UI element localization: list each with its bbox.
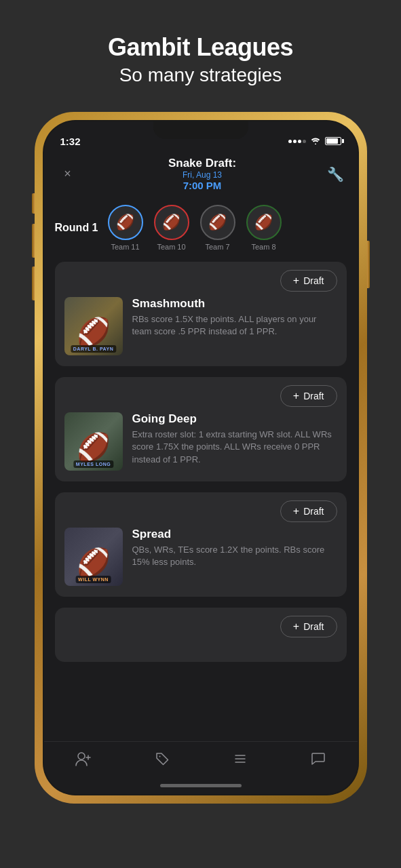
strategy-desc-going-deep: Extra roster slot: 1 extra starting WR s… (132, 429, 337, 466)
home-indicator (44, 778, 358, 794)
draft-button-smashmouth[interactable]: + Draft (280, 270, 337, 292)
football-icon-8: 🏈 (254, 214, 273, 231)
nav-item-add-person[interactable] (62, 749, 105, 773)
app-header: × Snake Draft: Fri, Aug 13 7:00 PM 🔧 (44, 151, 358, 199)
draft-btn-row-1: + Draft (55, 262, 347, 292)
card-content-smashmouth: Smashmouth RBs score 1.5X the points. AL… (132, 297, 337, 338)
chat-icon (311, 751, 326, 770)
svg-point-1 (159, 756, 161, 757)
char-name-spread: WILL WYNN (75, 576, 111, 583)
card-content-spread: Spread QBs, WRs, TEs score 1.2X the poin… (132, 528, 337, 568)
football-icon-11: 🏈 (116, 214, 134, 231)
bottom-nav (44, 741, 358, 778)
strategy-desc-smashmouth: RBs score 1.5X the points. ALL players o… (132, 313, 337, 338)
nav-item-chat[interactable] (297, 749, 339, 773)
draft-btn-label-1: Draft (303, 275, 324, 286)
status-icons (288, 136, 341, 146)
round-section: Round 1 🏈 Team 11 🏈 Team 10 (44, 199, 358, 262)
char-name-going-deep: MYLES LONG (73, 460, 113, 468)
team-item-8: 🏈 Team 8 (246, 205, 282, 251)
character-smashmouth: 🏈 DARYL B. PAYN (64, 297, 123, 355)
team-7-avatar: 🏈 (200, 205, 235, 240)
card-content-going-deep: Going Deep Extra roster slot: 1 extra st… (132, 412, 337, 466)
signal-icon (288, 140, 306, 143)
nav-item-tag[interactable] (141, 749, 183, 773)
card-body-smashmouth: 🏈 DARYL B. PAYN Smashmouth RBs score 1.5… (55, 292, 347, 366)
draft-btn-row-4: + Draft (55, 608, 347, 637)
draft-text: Snake Draft: (168, 157, 236, 170)
round-label: Round 1 (55, 222, 102, 234)
mute-button[interactable] (32, 193, 35, 214)
wifi-icon (310, 136, 321, 146)
football-icon-10: 🏈 (162, 214, 180, 231)
strategy-card-4: + Draft (55, 608, 347, 662)
strategy-title-going-deep: Going Deep (132, 412, 337, 426)
draft-btn-label-2: Draft (303, 391, 324, 401)
draft-button-spread[interactable]: + Draft (280, 500, 337, 522)
svg-point-0 (78, 753, 85, 760)
strategy-card-going-deep: + Draft 🏈 MYLES LONG Going Deep E (55, 377, 347, 481)
power-button[interactable] (367, 241, 370, 288)
phone-mockup: 1:32 (35, 112, 367, 804)
draft-time: 7:00 PM (85, 180, 320, 191)
strategy-title-spread: Spread (132, 528, 337, 541)
team-item-10: 🏈 Team 10 (154, 205, 189, 251)
draft-btn-label-4: Draft (303, 621, 324, 632)
volume-up-button[interactable] (32, 224, 35, 258)
draft-btn-row-2: + Draft (55, 377, 347, 407)
status-time: 1:32 (60, 136, 81, 147)
phone-outer-shell: 1:32 (35, 112, 367, 804)
team-item-11: 🏈 Team 11 (108, 205, 143, 251)
phone-screen: 1:32 (44, 121, 358, 794)
strategies-list: + Draft 🏈 DARYL B. PAYN Smashmouth (44, 262, 358, 741)
plus-icon-3: + (293, 505, 299, 517)
card-body-going-deep: 🏈 MYLES LONG Going Deep Extra roster slo… (55, 407, 347, 481)
character-spread: 🏈 WILL WYNN (64, 528, 123, 586)
home-bar (160, 784, 242, 787)
draft-button-4[interactable]: + Draft (280, 616, 337, 637)
draft-date: Fri, Aug 13 (85, 170, 320, 180)
list-icon (233, 751, 248, 770)
team-item-7: 🏈 Team 7 (200, 205, 235, 251)
volume-down-button[interactable] (32, 267, 35, 300)
team-11-avatar: 🏈 (108, 205, 143, 240)
nav-item-list[interactable] (219, 749, 261, 773)
page-title: Gambit Leagues (27, 33, 374, 62)
close-button[interactable]: × (58, 167, 78, 181)
notch (153, 121, 248, 139)
header-center: Snake Draft: Fri, Aug 13 7:00 PM (85, 157, 320, 191)
phone-inner-border: 1:32 (43, 120, 359, 795)
draft-label: Snake Draft: Fri, Aug 13 7:00 PM (85, 157, 320, 191)
strategy-card-spread: + Draft 🏈 WILL WYNN Spread QBs, W (55, 492, 347, 597)
plus-icon-4: + (293, 620, 299, 633)
draft-btn-label-3: Draft (303, 506, 324, 517)
strategy-title-smashmouth: Smashmouth (132, 297, 337, 311)
page-header: Gambit Leagues So many strategies (0, 0, 401, 105)
card-body-spread: 🏈 WILL WYNN Spread QBs, WRs, TEs score 1… (55, 522, 347, 597)
add-person-icon (75, 751, 92, 770)
character-going-deep: 🏈 MYLES LONG (64, 412, 123, 471)
strategy-card-smashmouth: + Draft 🏈 DARYL B. PAYN Smashmouth (55, 262, 347, 366)
char-name-smashmouth: DARYL B. PAYN (71, 345, 116, 353)
strategy-desc-spread: QBs, WRs, TEs score 1.2X the points. RBs… (132, 544, 337, 568)
team-10-label: Team 10 (157, 243, 185, 251)
team-11-label: Team 11 (111, 243, 139, 251)
football-icon-7: 🏈 (208, 214, 227, 231)
draft-button-going-deep[interactable]: + Draft (280, 385, 337, 407)
teams-row: 🏈 Team 11 🏈 Team 10 🏈 (108, 205, 347, 251)
team-10-avatar: 🏈 (154, 205, 189, 240)
team-7-label: Team 7 (205, 243, 229, 251)
settings-icon[interactable]: 🔧 (327, 166, 344, 182)
plus-icon-2: + (293, 390, 299, 402)
team-8-label: Team 8 (251, 243, 275, 251)
draft-btn-row-3: + Draft (55, 492, 347, 522)
page-subtitle: So many strategies (27, 64, 374, 86)
tag-icon (155, 751, 170, 770)
plus-icon-1: + (293, 275, 299, 287)
team-8-avatar: 🏈 (246, 205, 282, 240)
battery-icon (325, 137, 341, 145)
